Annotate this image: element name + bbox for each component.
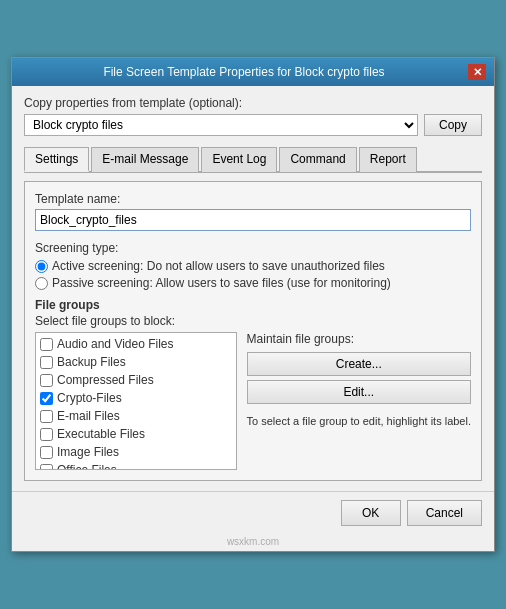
template-name-label: Template name: <box>35 192 471 206</box>
file-group-label: Audio and Video Files <box>57 337 174 351</box>
list-item: Audio and Video Files <box>36 335 236 353</box>
title-bar: File Screen Template Properties for Bloc… <box>12 58 494 86</box>
passive-screening-radio[interactable] <box>35 277 48 290</box>
file-group-label: Image Files <box>57 445 119 459</box>
template-name-input[interactable] <box>35 209 471 231</box>
file-group-label: Compressed Files <box>57 373 154 387</box>
file-group-checkbox[interactable] <box>40 428 53 441</box>
window-title: File Screen Template Properties for Bloc… <box>20 65 468 79</box>
tab-report[interactable]: Report <box>359 147 417 172</box>
list-item: Compressed Files <box>36 371 236 389</box>
file-groups-label: File groups <box>35 298 471 312</box>
copy-props-label: Copy properties from template (optional)… <box>24 96 482 110</box>
maintain-label: Maintain file groups: <box>247 332 471 346</box>
file-group-checkbox[interactable] <box>40 338 53 351</box>
list-item: Office Files <box>36 461 236 470</box>
file-group-label: Office Files <box>57 463 117 470</box>
file-groups-row: Audio and Video FilesBackup FilesCompres… <box>35 332 471 470</box>
tab-email[interactable]: E-mail Message <box>91 147 199 172</box>
screening-type-label: Screening type: <box>35 241 471 255</box>
active-screening-radio[interactable] <box>35 260 48 273</box>
file-group-checkbox[interactable] <box>40 392 53 405</box>
passive-screening-label: Passive screening: Allow users to save f… <box>52 276 391 290</box>
create-button[interactable]: Create... <box>247 352 471 376</box>
passive-screening-row: Passive screening: Allow users to save f… <box>35 276 471 290</box>
tab-content-settings: Template name: Screening type: Active sc… <box>24 181 482 481</box>
edit-button[interactable]: Edit... <box>247 380 471 404</box>
dialog-window: File Screen Template Properties for Bloc… <box>11 57 495 552</box>
list-item: E-mail Files <box>36 407 236 425</box>
main-content: Copy properties from template (optional)… <box>12 86 494 491</box>
file-group-controls: Maintain file groups: Create... Edit... … <box>247 332 471 470</box>
copy-props-row: Block crypto files Copy <box>24 114 482 136</box>
file-groups-section: File groups Select file groups to block:… <box>35 298 471 470</box>
list-item: Backup Files <box>36 353 236 371</box>
tab-event[interactable]: Event Log <box>201 147 277 172</box>
tab-command[interactable]: Command <box>279 147 356 172</box>
file-group-checkbox[interactable] <box>40 446 53 459</box>
file-group-label: E-mail Files <box>57 409 120 423</box>
active-screening-label: Active screening: Do not allow users to … <box>52 259 385 273</box>
ok-button[interactable]: OK <box>341 500 401 526</box>
file-group-checkbox[interactable] <box>40 464 53 471</box>
list-item: Executable Files <box>36 425 236 443</box>
file-group-checkbox[interactable] <box>40 374 53 387</box>
watermark: wsxkm.com <box>12 534 494 551</box>
file-list: Audio and Video FilesBackup FilesCompres… <box>36 333 236 470</box>
template-select[interactable]: Block crypto files <box>24 114 418 136</box>
active-screening-row: Active screening: Do not allow users to … <box>35 259 471 273</box>
file-group-label: Executable Files <box>57 427 145 441</box>
list-item: Image Files <box>36 443 236 461</box>
list-item: Crypto-Files <box>36 389 236 407</box>
file-group-checkbox[interactable] <box>40 356 53 369</box>
file-group-label: Crypto-Files <box>57 391 122 405</box>
dialog-footer: OK Cancel <box>12 491 494 534</box>
tabs-bar: Settings E-mail Message Event Log Comman… <box>24 146 482 173</box>
close-button[interactable]: ✕ <box>468 64 486 80</box>
file-group-checkbox[interactable] <box>40 410 53 423</box>
tab-settings[interactable]: Settings <box>24 147 89 172</box>
file-group-label: Backup Files <box>57 355 126 369</box>
file-list-container[interactable]: Audio and Video FilesBackup FilesCompres… <box>35 332 237 470</box>
cancel-button[interactable]: Cancel <box>407 500 482 526</box>
copy-button[interactable]: Copy <box>424 114 482 136</box>
group-hint: To select a file group to edit, highligh… <box>247 414 471 429</box>
file-groups-select-label: Select file groups to block: <box>35 314 471 328</box>
